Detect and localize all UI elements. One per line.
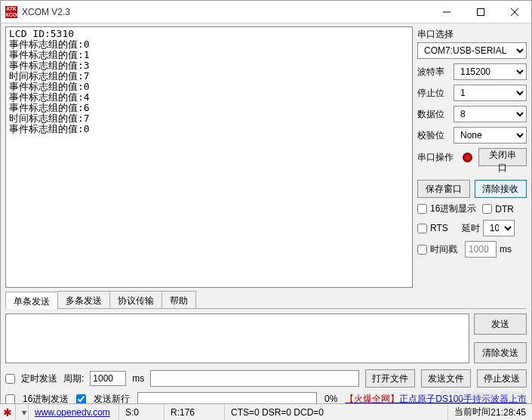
stop-label: 停止位 — [417, 87, 449, 100]
app-logo: ATK XCOM — [5, 6, 17, 18]
send-textarea[interactable] — [5, 313, 469, 363]
receive-textarea[interactable]: LCD ID:5310 事件标志组的值:0 事件标志组的值:1 事件标志组的值:… — [5, 26, 413, 288]
port-op-label: 串口操作 — [417, 151, 455, 164]
port-label: 串口选择 — [417, 28, 527, 41]
gear-icon[interactable]: ✱ — [3, 406, 12, 418]
delay-label: 延时 — [462, 222, 480, 235]
status-received: R:176 — [165, 404, 225, 420]
rts-checkbox[interactable] — [417, 224, 427, 233]
timestamp-unit: ms — [500, 244, 512, 255]
period-unit: ms — [132, 373, 144, 384]
parity-select[interactable]: None — [454, 127, 527, 144]
statusbar: ✱ ▾ www.openedv.com S:0 R:176 CTS=0 DSR=… — [0, 403, 532, 420]
close-button[interactable] — [497, 1, 531, 23]
tab-protocol[interactable]: 协议传输 — [109, 291, 162, 308]
timestamp-checkbox[interactable] — [417, 245, 427, 255]
close-port-button[interactable]: 关闭串口 — [478, 148, 527, 166]
tab-help[interactable]: 帮助 — [161, 291, 196, 308]
port-select[interactable]: COM7:USB-SERIAL — [417, 42, 527, 59]
timed-send-label: 定时发送 — [21, 372, 57, 385]
stop-send-button[interactable]: 停止发送 — [477, 369, 527, 388]
clear-send-button[interactable]: 清除发送 — [474, 342, 527, 363]
timestamp-input — [465, 241, 497, 258]
save-window-button[interactable]: 保存窗口 — [417, 180, 470, 198]
send-newline-checkbox[interactable] — [76, 394, 86, 404]
window-title: XCOM V2.3 — [22, 7, 429, 17]
progress-percent: 0% — [324, 394, 337, 404]
main-area: LCD ID:5310 事件标志组的值:0 事件标志组的值:1 事件标志组的值:… — [1, 23, 531, 291]
parity-label: 校验位 — [417, 129, 449, 142]
timed-send-checkbox[interactable] — [5, 374, 15, 384]
status-time-value: 21:28:45 — [490, 407, 526, 418]
url-link[interactable]: www.openedv.com — [35, 407, 110, 418]
hex-send-checkbox[interactable] — [5, 394, 15, 404]
minimize-button[interactable] — [429, 1, 463, 23]
rts-label: RTS — [430, 223, 448, 233]
clear-receive-button[interactable]: 清除接收 — [475, 180, 527, 198]
dtr-checkbox[interactable] — [482, 204, 492, 214]
timestamp-label: 时间戳 — [430, 243, 457, 256]
tab-single-send[interactable]: 单条发送 — [5, 292, 58, 309]
status-time-label: 当前时间 — [454, 406, 490, 418]
record-icon — [463, 153, 472, 162]
period-input[interactable] — [90, 371, 126, 386]
dropdown-icon[interactable]: ▾ — [16, 404, 29, 420]
file-path-input[interactable] — [150, 370, 359, 387]
svg-rect-1 — [477, 8, 484, 15]
titlebar: ATK XCOM XCOM V2.3 — [1, 1, 531, 23]
baud-select[interactable]: 115200 — [454, 63, 527, 80]
data-label: 数据位 — [417, 108, 449, 121]
hex-display-checkbox[interactable] — [417, 204, 427, 214]
status-signals: CTS=0 DSR=0 DCD=0 — [225, 404, 448, 420]
open-file-button[interactable]: 打开文件 — [365, 369, 415, 388]
send-tabs: 单条发送 多条发送 协议传输 帮助 — [5, 291, 527, 309]
delay-select[interactable]: 100 — [483, 220, 515, 236]
send-file-button[interactable]: 发送文件 — [421, 369, 471, 388]
hex-display-label: 16进制显示 — [430, 202, 476, 215]
tab-multi-send[interactable]: 多条发送 — [57, 291, 110, 308]
status-sent: S:0 — [119, 404, 165, 420]
maximize-button[interactable] — [463, 1, 497, 23]
databits-select[interactable]: 8 — [454, 106, 527, 122]
send-button[interactable]: 发送 — [474, 313, 527, 335]
serial-config-panel: 串口选择 COM7:USB-SERIAL 波特率 115200 停止位 1 数据… — [414, 23, 531, 291]
stopbits-select[interactable]: 1 — [454, 85, 527, 101]
baud-label: 波特率 — [417, 66, 449, 79]
period-label: 周期: — [63, 372, 84, 385]
send-panel: 发送 清除发送 定时发送 周期: ms 打开文件 发送文件 停止发送 16进制发… — [1, 309, 531, 410]
dtr-label: DTR — [495, 204, 514, 215]
